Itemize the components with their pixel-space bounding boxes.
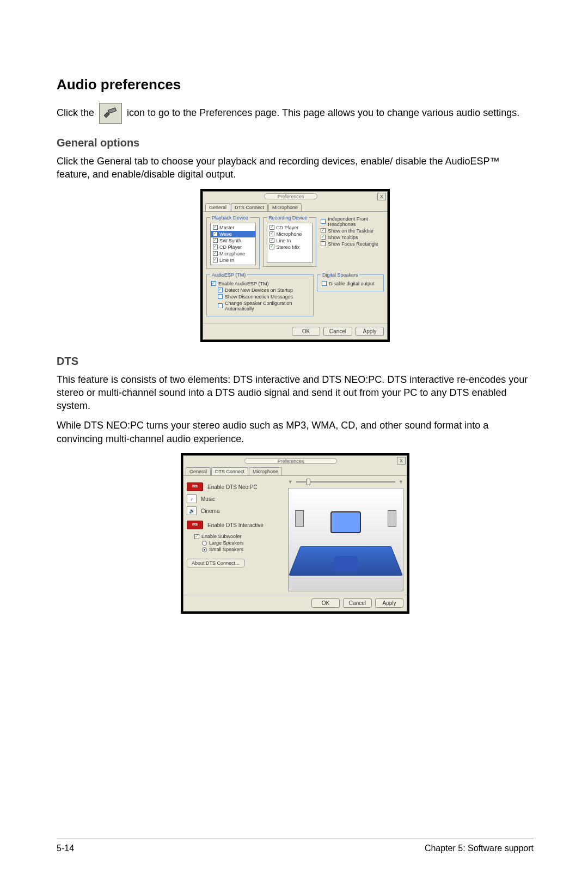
esp-sub-checkbox[interactable]: Change Speaker Configuration Automatical… [218, 301, 310, 311]
checkbox-icon [321, 219, 326, 224]
enable-dts-interactive-label: Enable DTS Interactive [207, 522, 264, 528]
preferences-dialog-dts-connect: Preferences X GeneralDTS ConnectMicropho… [181, 453, 409, 614]
list-item-label: Line In [219, 258, 234, 263]
list-item[interactable]: Line In [211, 257, 255, 264]
speaker-size-label: Large Speakers [209, 540, 244, 546]
radio-icon [202, 547, 207, 552]
list-item-label: CD Player [219, 245, 242, 250]
list-item[interactable]: CD Player [267, 224, 312, 231]
list-item-label: Line In [276, 238, 291, 243]
side-option-label: Independent Front Headphones [328, 216, 384, 227]
mode-cinema[interactable]: 🔊 Cinema [187, 506, 281, 515]
dialog1-title: Preferences [264, 193, 317, 199]
close-icon[interactable]: X [397, 457, 406, 465]
checkbox-icon [194, 534, 199, 539]
dts-slider[interactable]: ▼ ▼ [288, 479, 403, 485]
heading-audio-preferences: Audio preferences [57, 76, 534, 93]
esp-sub-label: Show Disconnection Messages [225, 294, 293, 300]
enable-dts-interactive[interactable]: dts Enable DTS Interactive [187, 521, 281, 529]
playback-listbox[interactable]: MasterWaveSW SynthCD PlayerMicrophoneLin… [210, 223, 256, 265]
ok-button[interactable]: OK [292, 327, 320, 336]
side-option-checkbox[interactable]: Independent Front Headphones [321, 216, 384, 227]
list-item[interactable]: Wave [211, 231, 255, 237]
enable-subwoofer-checkbox[interactable]: Enable Subwoofer [194, 534, 281, 539]
tab-general[interactable]: General [186, 467, 211, 475]
mode-cinema-label: Cinema [201, 508, 219, 514]
group-playback-legend: Playback Device [210, 215, 250, 221]
checkbox-icon [322, 281, 327, 286]
list-item[interactable]: Master [211, 224, 255, 231]
speaker-size-radio[interactable]: Large Speakers [202, 540, 281, 546]
enable-audioesp-checkbox[interactable]: Enable AudioESP (TM) [211, 281, 310, 286]
esp-sub-checkbox[interactable]: Detect New Devices on Startup [218, 288, 310, 293]
side-option-label: Show Tooltips [328, 235, 358, 240]
about-dts-connect-button[interactable]: About DTS Connect... [187, 559, 244, 567]
list-item[interactable]: SW Synth [211, 237, 255, 244]
slider-max-icon: ▼ [399, 479, 403, 485]
checkbox-icon [213, 251, 218, 256]
mode-music[interactable]: ♪ Music [187, 494, 281, 503]
side-option-checkbox[interactable]: Show on the Taskbar [321, 228, 384, 234]
music-note-icon: ♪ [187, 494, 197, 503]
tab-microphone[interactable]: Microphone [249, 467, 282, 475]
dialog2-title: Preferences [244, 458, 337, 464]
cancel-button[interactable]: Cancel [343, 598, 372, 608]
side-option-checkbox[interactable]: Show Focus Rectangle [321, 241, 384, 247]
checkbox-icon [321, 235, 326, 240]
list-item[interactable]: CD Player [211, 244, 255, 250]
speaker-size-radio[interactable]: Small Speakers [202, 547, 281, 552]
list-item-label: Microphone [219, 251, 245, 256]
enable-dts-neopc[interactable]: dts Enable DTS Neo:PC [187, 482, 281, 491]
ok-button[interactable]: OK [311, 598, 340, 608]
list-item[interactable]: Microphone [267, 231, 312, 237]
enable-subwoofer-label: Enable Subwoofer [201, 534, 242, 539]
side-option-label: Show on the Taskbar [328, 228, 373, 234]
checkbox-icon [270, 231, 274, 236]
checkbox-icon [270, 238, 274, 243]
list-item-label: Microphone [276, 231, 302, 237]
side-options: Independent Front HeadphonesShow on the … [320, 216, 384, 247]
checkbox-icon [213, 225, 218, 230]
group-recording-legend: Recording Device [267, 215, 309, 221]
side-option-label: Show Focus Rectangle [328, 241, 378, 247]
list-item-label: Stereo Mix [276, 245, 299, 250]
tab-dts-connect[interactable]: DTS Connect [231, 203, 268, 211]
svg-rect-1 [108, 108, 116, 113]
list-item[interactable]: Line In [267, 237, 312, 244]
heading-general-options: General options [57, 137, 534, 149]
cancel-button[interactable]: Cancel [323, 327, 352, 336]
tab-microphone[interactable]: Microphone [268, 203, 302, 211]
recording-listbox[interactable]: CD PlayerMicrophoneLine InStereo Mix [267, 223, 313, 263]
checkbox-icon [218, 303, 223, 308]
esp-sub-checkbox[interactable]: Show Disconnection Messages [218, 294, 310, 300]
checkbox-icon [270, 245, 274, 249]
list-item-label: Master [219, 225, 235, 230]
close-icon[interactable]: X [377, 193, 386, 200]
intro-pre: Click the [57, 107, 94, 118]
speaker-size-label: Small Speakers [209, 547, 243, 552]
chapter-label: Chapter 5: Software support [425, 844, 534, 853]
dts-logo-icon: dts [187, 482, 203, 491]
checkbox-icon [270, 225, 274, 230]
list-item-label: CD Player [276, 225, 298, 230]
list-item[interactable]: Microphone [211, 250, 255, 257]
monitor-icon [330, 511, 361, 533]
side-option-checkbox[interactable]: Show Tooltips [321, 235, 384, 240]
speaker-icon: 🔊 [187, 506, 197, 515]
seat-icon [334, 556, 358, 571]
apply-button[interactable]: Apply [356, 327, 384, 336]
radio-icon [202, 541, 207, 546]
dts-paragraph-1: This feature is consists of two elements… [57, 373, 534, 413]
list-item-label: Wave [219, 231, 232, 237]
apply-button[interactable]: Apply [375, 598, 403, 608]
list-item[interactable]: Stereo Mix [267, 244, 312, 250]
preferences-dialog-general: Preferences X GeneralDTS ConnectMicropho… [200, 189, 390, 342]
hammer-icon [99, 103, 122, 124]
mode-music-label: Music [201, 496, 215, 502]
tab-general[interactable]: General [205, 203, 230, 211]
speaker-icon [388, 510, 396, 527]
checkbox-icon [218, 288, 223, 292]
checkbox-icon [213, 231, 218, 236]
disable-digital-output-checkbox[interactable]: Disable digital output [322, 281, 380, 286]
tab-dts-connect[interactable]: DTS Connect [211, 467, 248, 475]
